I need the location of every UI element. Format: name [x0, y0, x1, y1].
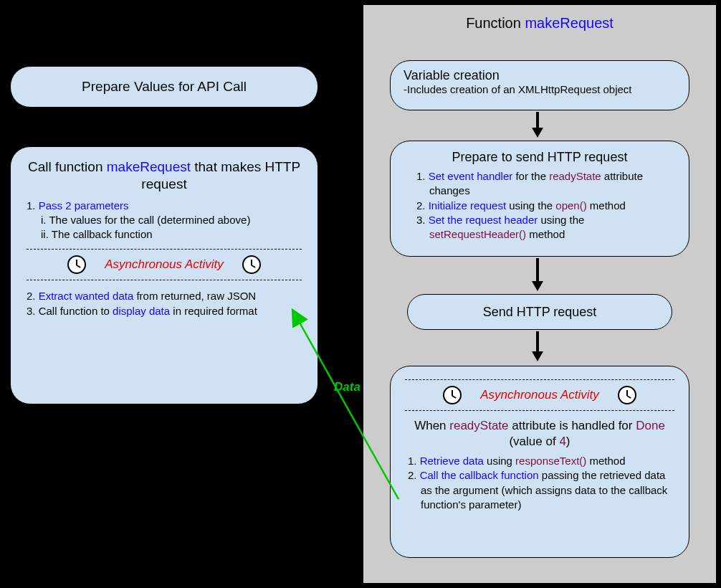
dash-sep [405, 410, 674, 411]
call-fn-list-bottom: 2. Extract wanted data from returned, ra… [27, 289, 302, 318]
async-response-box: Asynchronous Activity When readyState at… [390, 366, 689, 558]
dash-sep [27, 249, 302, 250]
panel-title-fn: makeRequest [525, 15, 613, 31]
data-label: Data [334, 380, 360, 394]
prepare-values-title: Prepare Values for API Call [82, 79, 247, 95]
panel-title: Function makeRequest [363, 5, 716, 36]
async-label: Asynchronous Activity [480, 388, 599, 402]
clock-icon [242, 255, 261, 274]
prepare-send-title: Prepare to send HTTP request [405, 150, 674, 165]
clock-icon [67, 255, 86, 274]
call-fn-list-top: 1. Pass 2 parameters i. The values for t… [27, 199, 302, 242]
call-function-box: Call function makeRequest that makes HTT… [10, 146, 318, 404]
prepare-send-box: Prepare to send HTTP request 1. Set even… [390, 141, 689, 257]
async-row: Asynchronous Activity [27, 252, 302, 277]
prepare-values-box: Prepare Values for API Call [10, 66, 318, 108]
async-label: Asynchronous Activity [105, 257, 224, 272]
call-function-title: Call function makeRequest that makes HTT… [27, 158, 302, 193]
send-http-title: Send HTTP request [483, 305, 597, 320]
variable-creation-box: Variable creation -Includes creation of … [390, 60, 689, 110]
var-creation-sub: -Includes creation of an XMLHttpRequest … [404, 83, 676, 95]
ready-state-text: When readyState attribute is handled for… [405, 418, 674, 450]
send-http-box: Send HTTP request [407, 294, 672, 330]
clock-icon [443, 386, 462, 404]
panel-title-prefix: Function [466, 15, 525, 31]
dash-sep [405, 379, 674, 380]
var-creation-title: Variable creation [404, 68, 676, 83]
async-row: Asynchronous Activity [405, 383, 674, 407]
clock-icon [618, 386, 636, 404]
dash-sep [27, 280, 302, 280]
